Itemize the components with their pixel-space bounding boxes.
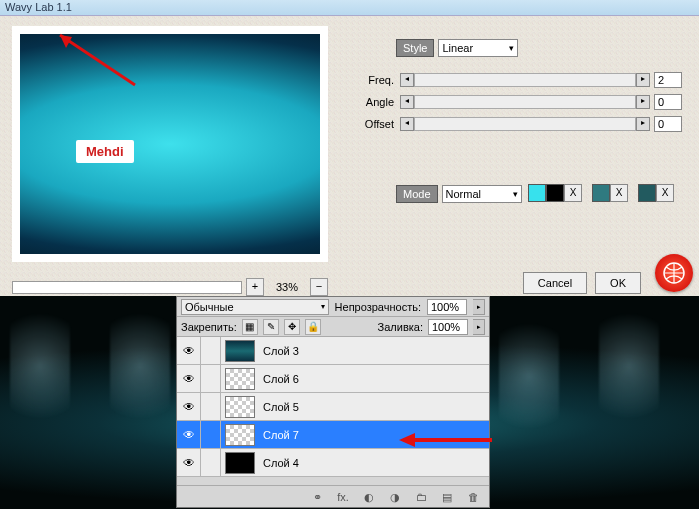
link-cell[interactable] xyxy=(201,365,221,392)
angle-inc[interactable]: ▸ xyxy=(636,95,650,109)
plugin-logo-icon[interactable] xyxy=(655,254,693,292)
angle-value[interactable]: 0 xyxy=(654,94,682,110)
lock-pixels-icon[interactable]: ✎ xyxy=(263,319,279,335)
lock-label: Закрепить: xyxy=(181,321,237,333)
layer-row[interactable]: 👁Слой 6 xyxy=(177,365,489,393)
layer-row[interactable]: 👁Слой 5 xyxy=(177,393,489,421)
visibility-toggle-icon[interactable]: 👁 xyxy=(177,365,201,392)
mode-row: Mode Normal xyxy=(396,184,522,204)
fill-label: Заливка: xyxy=(378,321,423,333)
freq-label: Freq. xyxy=(358,74,394,86)
link-layers-icon[interactable]: ⚭ xyxy=(309,489,325,505)
angle-slider[interactable]: ◂ ▸ xyxy=(400,95,650,109)
preview-frame: Mehdi xyxy=(12,26,328,262)
freq-value[interactable]: 2 xyxy=(654,72,682,88)
zoom-value: 33% xyxy=(268,281,306,293)
zoom-controls: + 33% − xyxy=(12,278,328,296)
layer-name-label[interactable]: Слой 5 xyxy=(263,401,299,413)
swatch-clear-1[interactable]: X xyxy=(564,184,582,202)
new-layer-icon[interactable]: ▤ xyxy=(439,489,455,505)
offset-inc[interactable]: ▸ xyxy=(636,117,650,131)
angle-label: Angle xyxy=(358,96,394,108)
layer-thumbnail[interactable] xyxy=(225,368,255,390)
angle-row: Angle ◂ ▸ 0 xyxy=(358,92,682,112)
delete-layer-icon[interactable]: 🗑 xyxy=(465,489,481,505)
offset-label: Offset xyxy=(358,118,394,130)
swatch-clear-2[interactable]: X xyxy=(610,184,628,202)
freq-dec[interactable]: ◂ xyxy=(400,73,414,87)
layers-panel: Обычные Непрозрачность: 100% ▸ Закрепить… xyxy=(176,296,490,508)
lock-all-icon[interactable]: 🔒 xyxy=(305,319,321,335)
lock-position-icon[interactable]: ✥ xyxy=(284,319,300,335)
style-row: Style Linear xyxy=(396,38,518,58)
layers-lock-row: Закрепить: ▦ ✎ ✥ 🔒 Заливка: 100% ▸ xyxy=(177,317,489,337)
layers-footer: ⚭ fx. ◐ ◑ 🗀 ▤ 🗑 xyxy=(177,485,489,507)
layer-name-label[interactable]: Слой 6 xyxy=(263,373,299,385)
offset-slider[interactable]: ◂ ▸ xyxy=(400,117,650,131)
layer-row[interactable]: 👁Слой 7 xyxy=(177,421,489,449)
swatch-4[interactable] xyxy=(638,184,656,202)
layer-name-label[interactable]: Слой 7 xyxy=(263,429,299,441)
layers-top-row: Обычные Непрозрачность: 100% ▸ xyxy=(177,297,489,317)
zoom-in-button[interactable]: + xyxy=(246,278,264,296)
opacity-input[interactable]: 100% xyxy=(427,299,467,315)
dialog-body: Mehdi + 33% − Style Linear Freq. ◂ ▸ 2 xyxy=(0,16,699,296)
swatch-1[interactable] xyxy=(528,184,546,202)
layer-mask-icon[interactable]: ◐ xyxy=(361,489,377,505)
layer-thumbnail[interactable] xyxy=(225,452,255,474)
lock-transparent-icon[interactable]: ▦ xyxy=(242,319,258,335)
style-label: Style xyxy=(396,39,434,57)
zoom-out-button[interactable]: − xyxy=(310,278,328,296)
style-combo[interactable]: Linear xyxy=(438,39,518,57)
layer-thumbnail[interactable] xyxy=(225,340,255,362)
blend-mode-combo[interactable]: Обычные xyxy=(181,299,329,315)
layer-thumbnail[interactable] xyxy=(225,396,255,418)
preview-canvas[interactable]: Mehdi xyxy=(20,34,320,254)
visibility-toggle-icon[interactable]: 👁 xyxy=(177,421,201,448)
zoom-slider[interactable] xyxy=(12,281,242,294)
visibility-toggle-icon[interactable]: 👁 xyxy=(177,449,201,476)
layer-list: 👁Слой 3👁Слой 6👁Слой 5👁Слой 7👁Слой 4 xyxy=(177,337,489,477)
angle-dec[interactable]: ◂ xyxy=(400,95,414,109)
opacity-label: Непрозрачность: xyxy=(335,301,421,313)
layer-row[interactable]: 👁Слой 3 xyxy=(177,337,489,365)
offset-row: Offset ◂ ▸ 0 xyxy=(358,114,682,134)
offset-value[interactable]: 0 xyxy=(654,116,682,132)
adjustment-layer-icon[interactable]: ◑ xyxy=(387,489,403,505)
swatch-clear-3[interactable]: X xyxy=(656,184,674,202)
ok-button[interactable]: OK xyxy=(595,272,641,294)
layer-group-icon[interactable]: 🗀 xyxy=(413,489,429,505)
cancel-button[interactable]: Cancel xyxy=(523,272,587,294)
swatch-3[interactable] xyxy=(592,184,610,202)
layer-name-label[interactable]: Слой 3 xyxy=(263,345,299,357)
layer-thumbnail[interactable] xyxy=(225,424,255,446)
visibility-toggle-icon[interactable]: 👁 xyxy=(177,393,201,420)
link-cell[interactable] xyxy=(201,337,221,364)
layer-name-label[interactable]: Слой 4 xyxy=(263,457,299,469)
freq-slider[interactable]: ◂ ▸ xyxy=(400,73,650,87)
author-tag: Mehdi xyxy=(76,140,134,163)
offset-dec[interactable]: ◂ xyxy=(400,117,414,131)
color-swatches: X X X xyxy=(528,184,674,202)
layer-row[interactable]: 👁Слой 4 xyxy=(177,449,489,477)
mode-combo[interactable]: Normal xyxy=(442,185,522,203)
freq-row: Freq. ◂ ▸ 2 xyxy=(358,70,682,90)
layer-fx-icon[interactable]: fx. xyxy=(335,489,351,505)
link-cell[interactable] xyxy=(201,421,221,448)
wavy-lab-dialog: Wavy Lab 1.1 Mehdi + 33% − Style Linear … xyxy=(0,0,699,296)
opacity-stepper[interactable]: ▸ xyxy=(473,299,485,315)
mode-label: Mode xyxy=(396,185,438,203)
dialog-buttons: Cancel OK xyxy=(523,272,641,294)
link-cell[interactable] xyxy=(201,393,221,420)
visibility-toggle-icon[interactable]: 👁 xyxy=(177,337,201,364)
freq-inc[interactable]: ▸ xyxy=(636,73,650,87)
link-cell[interactable] xyxy=(201,449,221,476)
dialog-titlebar[interactable]: Wavy Lab 1.1 xyxy=(0,0,699,16)
fill-input[interactable]: 100% xyxy=(428,319,468,335)
fill-stepper[interactable]: ▸ xyxy=(473,319,485,335)
swatch-2[interactable] xyxy=(546,184,564,202)
